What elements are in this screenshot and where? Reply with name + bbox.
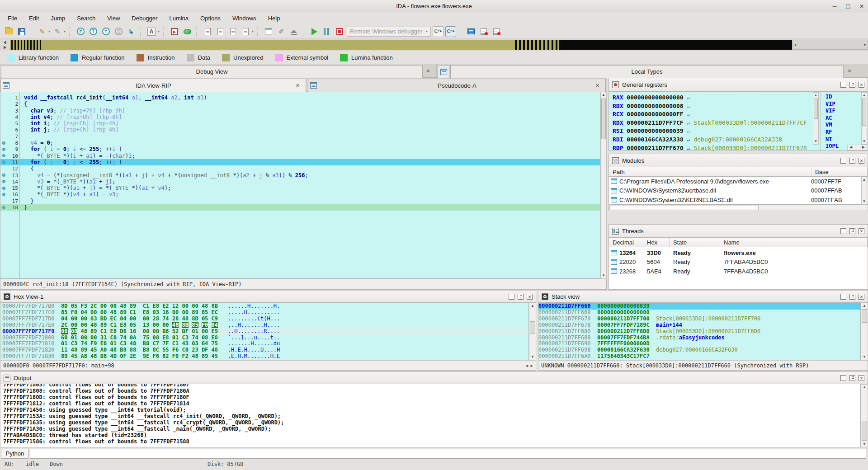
hex-byte[interactable]: 01 [110,340,116,347]
float-panel-button[interactable] [849,228,855,234]
menu-item-search[interactable]: Search [71,12,101,24]
hex-byte[interactable]: 82 [162,353,169,359]
stack-value[interactable]: 0000000000000039 [597,303,650,309]
band-right-arrow-icon[interactable] [4,46,6,49]
modules-panel-header[interactable]: Modules ✕ [609,154,868,167]
hex-byte[interactable]: 89 [90,328,97,334]
hex-byte[interactable]: 23 [192,347,198,353]
column-hex[interactable]: Hex [643,238,670,247]
register-value[interactable]: 000000211D7FF670 [627,145,683,151]
hex-byte[interactable]: 48 [80,328,87,334]
debug-windows-button[interactable] [466,26,476,37]
hex-byte[interactable]: E8 [212,334,218,341]
stack-value[interactable]: 00000166CA32F630 [597,347,650,353]
register-value[interactable]: 000000211D7FF7CF [627,119,683,126]
scroll-down-icon[interactable]: ▼ [862,139,867,144]
register-value[interactable]: 0000000000000000 [627,94,683,101]
code-line[interactable]: 9 for ( i = 0; i <= 255; ++i ) [0,146,600,152]
hex-byte[interactable]: 8C [152,347,159,353]
hex-byte[interactable]: C3 [120,340,126,347]
menu-item-jump[interactable]: Jump [45,12,71,24]
register-value[interactable]: 00000000000000FF [627,111,683,118]
breakpoint-dot[interactable] [2,141,5,145]
hex-byte[interactable]: C1 [110,322,116,328]
code-line[interactable]: 17 } [0,198,600,204]
follow-arrow-icon[interactable]: ↵ [687,94,690,101]
hex-byte[interactable]: 00 [172,309,179,315]
flags-vertical-scrollbar[interactable]: ▲ ▼ [861,92,867,145]
cpu-flag[interactable]: RF [826,129,860,136]
hex-byte[interactable]: 74 [120,334,126,341]
hex-byte[interactable]: 7F [162,340,169,347]
output-panel[interactable]: 7FF7FDF71803: control flows out of bound… [0,384,861,447]
pause-process-button[interactable] [321,26,332,37]
hex-byte[interactable]: B8 [100,353,107,359]
hex-byte[interactable]: 48 [130,340,136,347]
hex-byte[interactable]: 04 [61,315,67,322]
breakpoint-dot[interactable] [2,206,5,209]
hex-byte[interactable]: F0 [71,309,77,315]
menu-item-file[interactable]: File [2,12,23,24]
hex-byte[interactable]: 89 [61,353,67,359]
tab-pseudocode-a[interactable]: Pseudocode-A ✕ [308,79,606,92]
float-panel-button[interactable] [518,294,524,300]
breakpoint-list-button[interactable] [478,26,489,37]
hex-byte[interactable]: 2C [90,303,97,309]
hex-byte[interactable]: 00 [90,334,97,341]
cpu-flag[interactable]: ID [826,94,860,101]
hex-byte[interactable]: 00 [143,315,149,322]
edit-comment-button[interactable]: ✎ [37,26,47,37]
code-line[interactable]: 5 int i; // [rsp+Ch] [rbp-4h] [0,120,600,127]
text-options-button[interactable]: A [146,26,157,37]
threads-panel[interactable]: 1326433D0Readyflowers.exe220205604Ready7… [609,247,868,290]
band-zoom-control[interactable]: ▸▾ [793,40,868,50]
follow-arrow-icon[interactable]: ↵ [687,111,690,118]
hex-byte[interactable]: F0 [172,353,179,359]
hex-byte[interactable]: C1 [100,328,107,334]
dropdown-arrow-icon[interactable]: ▾ [48,29,50,33]
hex-byte[interactable]: 08 [202,334,208,341]
xrefs-button[interactable]: @ [113,26,124,37]
scrollbar-thumb[interactable] [814,99,818,119]
hex-byte[interactable]: 00 [192,303,198,309]
hex-byte[interactable]: 89 [130,303,136,309]
step-over-source-button[interactable]: C↷ [445,26,456,37]
code-line[interactable]: 16 *(_BYTE *)(v4 + a1) = v3; [0,191,600,197]
hex-byte[interactable]: 48 [172,322,179,328]
tab-close-icon[interactable]: ✕ [296,83,306,89]
hex-byte[interactable]: F6 [172,347,179,353]
code-line[interactable]: 7 [0,133,600,140]
breakpoint-dot[interactable] [2,180,5,183]
dropdown-arrow-icon[interactable]: ▾ [252,29,254,33]
hex-byte[interactable]: 16 [130,328,136,334]
hex-byte[interactable]: 00 [71,315,77,322]
cpu-flag[interactable]: AC [826,115,860,122]
stop-analysis-button[interactable] [169,26,180,37]
hex-byte[interactable]: 48 [90,353,97,359]
follow-arrow-icon[interactable]: ↵ [687,145,690,151]
code-line[interactable]: 18} [0,204,600,211]
recent-scripts-button[interactable] [240,26,251,37]
hex-byte[interactable]: 31 [100,334,107,341]
hex-byte[interactable]: 8D [61,303,67,309]
hex-byte[interactable]: 00 [130,315,136,322]
hex-byte[interactable]: 48 [192,353,198,359]
hex-byte[interactable]: C3 [71,340,77,347]
new-window-button[interactable] [263,26,274,37]
types-button[interactable]: T [88,26,99,37]
float-panel-button[interactable] [849,375,855,381]
tab-close-icon[interactable]: ✕ [425,68,431,74]
hex-byte[interactable]: 00 [80,315,87,322]
hex-byte[interactable]: 13 [143,322,149,328]
threads-column-header[interactable]: Decimal Hex State Name [609,238,868,247]
code-line[interactable]: 4 int v4; // [rsp+8h] [rbp-8h] [0,114,600,120]
hex-byte[interactable]: 05 [202,315,208,322]
hex-scroll-arrows[interactable]: ◀ ▶ [526,363,533,368]
scrollbar-thumb[interactable] [862,421,867,441]
hex-byte[interactable]: 45 [90,347,97,353]
hex-byte[interactable]: A8 [80,353,87,359]
hex-byte[interactable]: C0 [110,334,116,341]
maximize-panel-button[interactable] [840,294,846,300]
hex-view-header[interactable]: Hex View-1 ✕ [0,291,536,303]
hex-row[interactable]: 00007FF7FDF717C0 85 F0 04 00 00 48 89 C1… [2,310,528,316]
